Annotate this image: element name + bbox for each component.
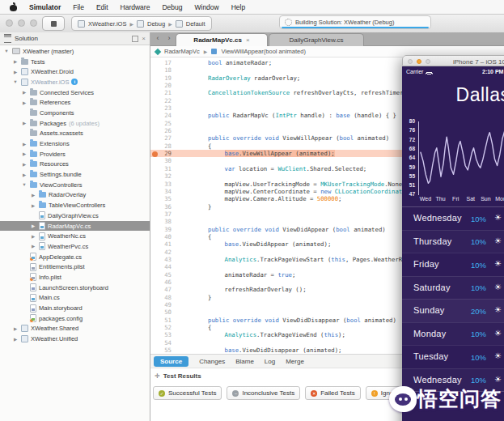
menu-item-edit[interactable]: Edit bbox=[96, 3, 108, 11]
forecast-row-wednesday[interactable]: Wednesday10%☀ bbox=[402, 206, 504, 230]
tree-item-extensions[interactable]: ▶Extensions bbox=[0, 138, 150, 149]
sim-zoom-button[interactable] bbox=[426, 59, 430, 64]
tree-item-entitlements.plist[interactable]: Entitlements.plist bbox=[0, 262, 150, 272]
forecast-row-sunday[interactable]: Sunday20%☀ bbox=[402, 299, 504, 322]
chevron-collapsed-icon[interactable]: ▶ bbox=[30, 193, 36, 198]
tree-item-radaroverlay[interactable]: ▶RadarOverlay bbox=[0, 190, 150, 201]
run-configuration-selector[interactable]: XWeather.iOS▶Debug▶Default bbox=[71, 16, 212, 31]
breakpoint-marker-icon[interactable] bbox=[152, 151, 158, 157]
chevron-collapsed-icon[interactable]: ▶ bbox=[21, 142, 28, 147]
test-results-header[interactable]: ✛ Test Results bbox=[155, 372, 201, 380]
menu-item-simulator[interactable]: Simulator bbox=[29, 3, 61, 11]
filter-failed-tests[interactable]: ✕Failed Tests bbox=[305, 386, 361, 400]
expand-icon[interactable]: ✛ bbox=[155, 372, 160, 380]
filter-inconclusive-tests[interactable]: –Inconclusive Tests bbox=[227, 386, 300, 400]
tree-item-resources[interactable]: ▶Resources bbox=[0, 159, 150, 170]
view-tab-source[interactable]: Source bbox=[154, 356, 188, 367]
config-segment-label[interactable]: Debug bbox=[147, 20, 165, 28]
breadcrumb-class[interactable]: RadarMapVc bbox=[164, 48, 200, 55]
sim-minimize-button[interactable] bbox=[417, 59, 421, 64]
tree-item-launchscreen.storyboard[interactable]: LaunchScreen.storyboard bbox=[0, 283, 150, 293]
tree-item-weatherpvc.cs[interactable]: ▶WeatherPvc.cs bbox=[0, 241, 150, 252]
window-zoom-button[interactable] bbox=[30, 19, 37, 27]
config-segment-label[interactable]: Default bbox=[186, 20, 205, 28]
chevron-collapsed-icon[interactable]: ▶ bbox=[12, 326, 19, 331]
tree-item-packages.config[interactable]: packages.config bbox=[0, 313, 150, 324]
config-segment-label[interactable]: XWeather.iOS bbox=[88, 20, 126, 28]
tree-item-tests[interactable]: ▶Tests bbox=[0, 57, 150, 67]
tree-item-appdelegate.cs[interactable]: AppDelegate.cs bbox=[0, 252, 150, 262]
tree-item-connected-services[interactable]: ▶Connected Services bbox=[0, 87, 150, 98]
tree-item-info.plist[interactable]: Info.plist bbox=[0, 272, 150, 283]
chevron-collapsed-icon[interactable]: ▶ bbox=[30, 244, 36, 249]
tree-item-viewcontrollers[interactable]: ▼ViewControllers bbox=[0, 180, 150, 190]
chevron-collapsed-icon[interactable]: ▶ bbox=[12, 59, 19, 64]
forecast-row-tuesday[interactable]: Tuesday10%☀ bbox=[402, 345, 504, 368]
simulator-title-bar[interactable]: iPhone 7 – iOS 10 bbox=[402, 55, 504, 66]
editor-tab-radarmapvc-cs[interactable]: RadarMapVc.cs× bbox=[176, 33, 268, 46]
pad-splitter[interactable] bbox=[150, 32, 150, 421]
tree-item-settings.bundle[interactable]: ▶Settings.bundle bbox=[0, 169, 150, 180]
chevron-collapsed-icon[interactable]: ▶ bbox=[12, 337, 19, 342]
chevron-expanded-icon[interactable]: ▼ bbox=[21, 182, 28, 187]
menu-item-hardware[interactable]: Hardware bbox=[121, 3, 150, 11]
folder-icon bbox=[30, 121, 37, 126]
menu-item-file[interactable]: File bbox=[73, 3, 84, 11]
menu-item-window[interactable]: Window bbox=[194, 3, 218, 11]
class-icon bbox=[155, 48, 161, 54]
tree-item-xweather.droid[interactable]: ▶XWeather.Droid bbox=[0, 66, 150, 77]
editor-tab-dailygraphview-cs[interactable]: DailyGraphView.cs bbox=[269, 33, 364, 46]
tree-item-xweather.ios[interactable]: ▼XWeather.iOSi bbox=[0, 77, 150, 87]
tree-item-main.storyboard[interactable]: Main.storyboard bbox=[0, 303, 150, 313]
chevron-expanded-icon[interactable]: ▼ bbox=[12, 79, 19, 84]
stop-button[interactable] bbox=[42, 16, 65, 31]
chevron-collapsed-icon[interactable]: ▶ bbox=[21, 172, 28, 177]
chevron-collapsed-icon[interactable]: ▶ bbox=[21, 100, 28, 105]
tree-item-main.cs[interactable]: Main.cs bbox=[0, 293, 150, 304]
nav-forward-button[interactable]: › bbox=[164, 34, 174, 44]
chevron-collapsed-icon[interactable]: ▶ bbox=[21, 151, 28, 156]
view-tab-changes[interactable]: Changes bbox=[199, 358, 225, 365]
forecast-row-monday[interactable]: Monday10%☀ bbox=[402, 322, 504, 346]
tree-item-dailygraphview.cs[interactable]: DailyGraphView.cs bbox=[0, 210, 150, 221]
chevron-collapsed-icon[interactable]: ▶ bbox=[21, 90, 28, 95]
menu-item-debug[interactable]: Debug bbox=[162, 3, 182, 11]
window-minimize-button[interactable] bbox=[18, 19, 25, 27]
tree-item-xweather.unified[interactable]: ▶XWeather.Unified bbox=[0, 334, 150, 344]
nav-back-button[interactable]: ‹ bbox=[153, 34, 163, 44]
pad-close-icon[interactable]: × bbox=[142, 36, 146, 42]
view-tab-log[interactable]: Log bbox=[265, 358, 275, 365]
view-tab-blame[interactable]: Blame bbox=[235, 358, 254, 365]
filter-successful-tests[interactable]: ✓Successful Tests bbox=[153, 386, 222, 400]
tree-item-tableviewcontrollers[interactable]: ▶TableViewControllers bbox=[0, 200, 150, 210]
chevron-collapsed-icon[interactable]: ▶ bbox=[30, 223, 36, 228]
forecast-row-friday[interactable]: Friday10%☀ bbox=[402, 253, 504, 276]
tree-item-xweather-master-[interactable]: ▼XWeather (master) bbox=[0, 46, 150, 57]
pad-dock-icon[interactable] bbox=[132, 36, 138, 42]
tree-item-label: Main.storyboard bbox=[39, 304, 83, 312]
view-tab-merge[interactable]: Merge bbox=[286, 358, 304, 365]
tree-item-assets.xcassets[interactable]: Assets.xcassets bbox=[0, 129, 150, 139]
window-close-button[interactable] bbox=[6, 19, 13, 27]
info-badge-icon[interactable]: i bbox=[71, 79, 78, 85]
sim-close-button[interactable] bbox=[408, 59, 413, 64]
menu-item-help[interactable]: Help bbox=[231, 3, 245, 11]
chevron-collapsed-icon[interactable]: ▶ bbox=[30, 203, 36, 208]
tab-close-icon[interactable]: × bbox=[246, 36, 250, 44]
chevron-collapsed-icon[interactable]: ▶ bbox=[21, 121, 28, 125]
forecast-row-saturday[interactable]: Saturday10%☀ bbox=[402, 276, 504, 300]
chevron-collapsed-icon[interactable]: ▶ bbox=[12, 70, 19, 74]
tree-item-providers[interactable]: ▶Providers bbox=[0, 149, 150, 159]
tree-item-xweather.shared[interactable]: ▶XWeather.Shared bbox=[0, 324, 150, 334]
chevron-collapsed-icon[interactable]: ▶ bbox=[30, 234, 36, 239]
tree-item-weathernc.cs[interactable]: ▶WeatherNc.cs bbox=[0, 231, 150, 241]
tree-item-references[interactable]: ▶References bbox=[0, 97, 150, 108]
tree-item-radarmapvc.cs[interactable]: ▶RadarMapVc.cs bbox=[0, 221, 150, 232]
apple-menu-icon[interactable] bbox=[10, 3, 17, 11]
chevron-collapsed-icon[interactable]: ▶ bbox=[21, 162, 28, 167]
breadcrumb-member[interactable]: ViewWillAppear(bool animated) bbox=[221, 48, 306, 55]
forecast-row-thursday[interactable]: Thursday10%☀ bbox=[402, 230, 504, 253]
chevron-expanded-icon[interactable]: ▼ bbox=[3, 49, 10, 53]
tree-item-components[interactable]: Components bbox=[0, 108, 150, 118]
tree-item-packages[interactable]: ▶Packages (6 updates) bbox=[0, 118, 150, 129]
